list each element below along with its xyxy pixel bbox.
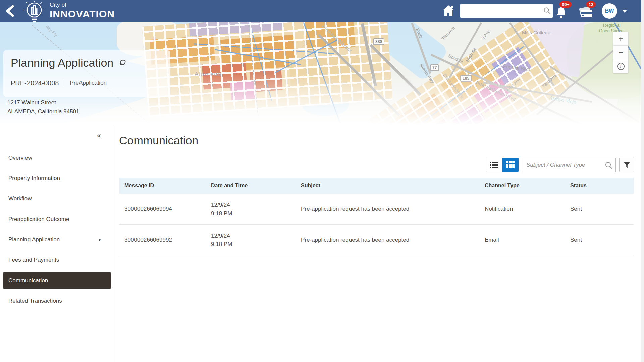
filter-button[interactable] bbox=[619, 158, 634, 172]
notifications-button[interactable]: 99+ bbox=[554, 3, 572, 21]
map-zoom-in-button[interactable]: + bbox=[613, 32, 628, 46]
page-scrollbar[interactable] bbox=[641, 0, 644, 362]
address-line1: 1217 Walnut Street bbox=[7, 98, 79, 107]
grid-view-button[interactable] bbox=[502, 158, 519, 172]
list-view-button[interactable] bbox=[486, 158, 502, 172]
sidebar-item-label: Communication bbox=[8, 277, 48, 284]
info-icon: i bbox=[617, 63, 625, 70]
cell-time: 9:18 PM bbox=[211, 240, 301, 248]
cell-date: 12/9/24 bbox=[211, 232, 301, 240]
global-search-input[interactable] bbox=[463, 4, 543, 18]
sidebar-item-related-transactions[interactable]: Related Transactions bbox=[0, 291, 114, 311]
cell-date-time: 12/9/24 9:18 PM bbox=[211, 232, 301, 248]
logo-line2: INNOVATION bbox=[50, 8, 115, 20]
column-header-date-time[interactable]: Date and Time bbox=[211, 183, 301, 189]
sidebar-collapse-icon[interactable]: « bbox=[97, 131, 100, 140]
home-icon[interactable] bbox=[443, 5, 454, 17]
city-logo-bulb-icon bbox=[21, 1, 47, 27]
sidebar-item-label: Fees and Payments bbox=[8, 257, 59, 263]
record-address: 1217 Walnut Street ALAMEDA, California 9… bbox=[7, 98, 79, 116]
page-record-title: Planning Application bbox=[11, 56, 113, 69]
grid-view-icon bbox=[506, 161, 515, 169]
sidebar-item-fees-and-payments[interactable]: Fees and Payments bbox=[0, 250, 114, 270]
cell-subject: Pre-application request has been accepte… bbox=[301, 237, 485, 243]
list-view-icon bbox=[490, 161, 498, 169]
table-row[interactable]: 300000266069994 12/9/24 9:18 PM Pre-appl… bbox=[119, 194, 634, 225]
content-area: « Overview Property Information Workflow… bbox=[0, 125, 644, 362]
cell-time: 9:18 PM bbox=[211, 209, 301, 218]
sidebar-nav: Overview Property Information Workflow P… bbox=[0, 147, 114, 311]
main-panel: Communication bbox=[114, 125, 641, 362]
route-shield-185: 185 bbox=[460, 75, 472, 82]
cell-message-id: 300000266069992 bbox=[124, 237, 211, 243]
refresh-icon[interactable] bbox=[119, 58, 127, 68]
table-row[interactable]: 300000266069992 12/9/24 9:18 PM Pre-appl… bbox=[119, 225, 634, 255]
sidebar-item-label: Planning Application bbox=[8, 236, 60, 243]
sidebar-item-communication[interactable]: Communication bbox=[3, 272, 111, 289]
map-controls: + − i bbox=[613, 32, 628, 73]
sidebar-item-preapplication-outcome[interactable]: Preapplication Outcome bbox=[0, 209, 114, 229]
record-type: PreApplication bbox=[70, 80, 107, 86]
sidebar-item-workflow[interactable]: Workflow bbox=[0, 188, 114, 209]
map-info-button[interactable]: i bbox=[613, 59, 628, 73]
map-label-8-ave: 8 Ave bbox=[480, 29, 491, 40]
user-menu-caret-icon[interactable] bbox=[622, 10, 627, 13]
map-header[interactable]: 880 77 185 day Fry Alameda Harbor Alamed… bbox=[0, 22, 644, 125]
map-label-regional: Regional bbox=[603, 23, 620, 28]
map-zoom-out-button[interactable]: − bbox=[613, 46, 628, 59]
record-header-card: Planning Application PRE-2024-0008 PreAp… bbox=[3, 50, 170, 97]
sidebar-item-label: Related Transactions bbox=[8, 298, 62, 304]
column-header-status[interactable]: Status bbox=[570, 183, 634, 189]
search-icon[interactable] bbox=[605, 161, 613, 171]
sidebar-item-label: Property Information bbox=[8, 175, 60, 182]
filter-funnel-icon bbox=[623, 161, 631, 169]
logo-line1: City of bbox=[50, 2, 115, 8]
top-bar: City of INNOVATION 99+ 12 BW bbox=[0, 0, 644, 22]
sidebar-item-property-information[interactable]: Property Information bbox=[0, 168, 114, 188]
table-header-row: Message ID Date and Time Subject Channel… bbox=[119, 178, 634, 194]
record-id: PRE-2024-0008 bbox=[11, 79, 59, 87]
cell-date: 12/9/24 bbox=[211, 201, 301, 209]
payments-badge: 12 bbox=[586, 1, 596, 8]
payments-cart-button[interactable]: 12 bbox=[578, 3, 595, 21]
sidebar-item-planning-application[interactable]: Planning Application ▸ bbox=[0, 229, 114, 250]
communication-table: Message ID Date and Time Subject Channel… bbox=[119, 178, 634, 255]
submenu-arrow-icon: ▸ bbox=[99, 237, 101, 242]
map-label-mills: Mills College bbox=[522, 29, 550, 35]
sidebar-item-label: Preapplication Outcome bbox=[8, 216, 69, 223]
sidebar-item-label: Workflow bbox=[8, 195, 32, 202]
divider bbox=[64, 79, 64, 87]
column-header-subject[interactable]: Subject bbox=[301, 183, 485, 189]
table-search bbox=[522, 158, 616, 172]
route-shield-880: 880 bbox=[373, 38, 384, 45]
cell-status: Sent bbox=[570, 237, 634, 243]
cell-date-time: 12/9/24 9:18 PM bbox=[211, 201, 301, 218]
map-label-city: Alameda bbox=[195, 71, 222, 78]
notifications-badge: 99+ bbox=[559, 1, 572, 8]
address-line2: ALAMEDA, California 94501 bbox=[7, 107, 79, 116]
avatar-initials: BW bbox=[605, 8, 614, 14]
sidebar-item-label: Overview bbox=[8, 155, 32, 161]
cell-message-id: 300000266069994 bbox=[124, 206, 211, 213]
map-label-38th: 38th Ave bbox=[440, 26, 456, 41]
route-shield-77: 77 bbox=[430, 64, 439, 71]
column-header-channel-type[interactable]: Channel Type bbox=[485, 183, 570, 189]
zoom-in-icon: + bbox=[618, 34, 623, 43]
zoom-out-icon: − bbox=[618, 48, 623, 57]
cell-status: Sent bbox=[570, 206, 634, 213]
cell-channel-type: Notification bbox=[485, 206, 570, 213]
sidebar: « Overview Property Information Workflow… bbox=[0, 125, 114, 362]
column-header-message-id[interactable]: Message ID bbox=[124, 183, 211, 189]
table-search-input[interactable] bbox=[526, 158, 603, 172]
page-title: Communication bbox=[119, 134, 198, 147]
back-icon[interactable] bbox=[5, 5, 15, 17]
view-toggle bbox=[486, 158, 519, 172]
table-toolbar bbox=[114, 158, 641, 172]
cell-channel-type: Email bbox=[485, 237, 570, 243]
search-icon[interactable] bbox=[543, 7, 551, 16]
city-logo-text: City of INNOVATION bbox=[50, 2, 115, 20]
global-search bbox=[460, 4, 553, 18]
sidebar-item-overview[interactable]: Overview bbox=[0, 147, 114, 168]
cell-subject: Pre-application request has been accepte… bbox=[301, 206, 485, 213]
avatar[interactable]: BW bbox=[602, 3, 617, 19]
